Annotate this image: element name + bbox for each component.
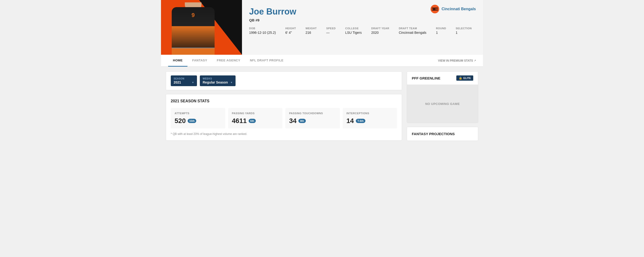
stat-label-passing-yards: PASSING YARDS	[232, 112, 279, 115]
weeks-value-row: Regular Season ▼	[203, 80, 233, 84]
page-wrapper: 9 BENGALS Joe Burrow QB #9 DOB 1996-12-1…	[161, 0, 483, 146]
stat-value-attempts: 520	[174, 117, 186, 125]
rank-badge-passing-tds: 8th	[298, 119, 306, 123]
meta-college: COLLEGE LSU Tigers	[345, 27, 362, 34]
meta-draft-year: DRAFT YEAR 2020	[371, 27, 390, 34]
rank-badge-interceptions: T-6th	[356, 119, 365, 123]
stat-card-attempts: ATTEMPTS 520 15th	[171, 108, 225, 128]
weeks-dropdown[interactable]: WEEKS Regular Season ▼	[200, 75, 236, 86]
meta-selection: SELECTION 1	[456, 27, 472, 34]
filters-bar: SEASON 2021 ▼ WEEKS Regular Season ▼	[166, 71, 402, 90]
stat-card-passing-tds: PASSING TOUCHDOWNS 34 8th	[285, 108, 340, 128]
tab-nfl-draft-profile[interactable]: NFL DRAFT PROFILE	[245, 55, 288, 67]
projections-title: FANTASY PROJECTIONS	[412, 132, 473, 136]
greenline-card: PFF GREENLINE 🔒 ELITE NO UPCOMING GAME	[407, 71, 478, 123]
lock-icon: 🔒	[459, 76, 462, 80]
weeks-dropdown-arrow: ▼	[230, 81, 233, 84]
meta-speed: SPEED —	[326, 27, 336, 34]
tab-fantasy[interactable]: FANTASY	[188, 55, 212, 67]
dob-value: 1996-12-10 (25.2)	[249, 31, 276, 34]
stat-card-passing-yards: PASSING YARDS 4611 6th	[228, 108, 283, 128]
stat-value-row-attempts: 520 15th	[174, 117, 222, 125]
nav-bar: HOME FANTASY FREE AGENCY NFL DRAFT PROFI…	[161, 55, 483, 67]
rank-badge-passing-yards: 6th	[249, 119, 256, 123]
stat-value-row-interceptions: 14 T-6th	[346, 117, 394, 125]
player-photo: 9 BENGALS	[166, 2, 225, 55]
stat-card-interceptions: INTERCEPTIONS 14 T-6th	[343, 108, 397, 128]
player-meta: DOB 1996-12-10 (25.2) HEIGHT 6' 4" WEIGH…	[249, 27, 476, 34]
tab-home[interactable]: HOME	[168, 55, 188, 67]
external-link-icon: ↗	[474, 59, 476, 62]
stat-value-passing-yards: 4611	[232, 117, 247, 125]
player-header: 9 BENGALS Joe Burrow QB #9 DOB 1996-12-1…	[161, 0, 483, 55]
stat-value-row-passing-yards: 4611 6th	[232, 117, 279, 125]
stat-value-row-passing-tds: 34 8th	[289, 117, 336, 125]
stat-value-passing-tds: 34	[289, 117, 296, 125]
tab-free-agency[interactable]: FREE AGENCY	[212, 55, 245, 67]
season-value-row: 2021 ▼	[174, 80, 194, 84]
stat-value-interceptions: 14	[346, 117, 354, 125]
player-position: QB #9	[249, 18, 476, 22]
meta-draft-team: DRAFT TEAM Cincinnati Bengals	[399, 27, 426, 34]
stats-footnote: * QB with at least 20% of league-highest…	[171, 132, 397, 136]
left-panel: SEASON 2021 ▼ WEEKS Regular Season ▼ 202…	[166, 71, 402, 141]
greenline-body: NO UPCOMING GAME	[407, 85, 478, 123]
rank-badge-attempts: 15th	[188, 119, 196, 123]
season-dropdown-arrow: ▼	[192, 81, 194, 84]
projections-card: FANTASY PROJECTIONS	[407, 127, 478, 141]
meta-height: HEIGHT 6' 4"	[285, 27, 296, 34]
greenline-title: PFF GREENLINE	[412, 76, 440, 80]
stats-grid: ATTEMPTS 520 15th PASSING YARDS 4611 6th	[171, 108, 397, 128]
no-game-text: NO UPCOMING GAME	[425, 102, 460, 106]
stats-title: 2021 SEASON STATS	[171, 99, 397, 103]
stat-label-attempts: ATTEMPTS	[174, 112, 222, 115]
elite-badge: 🔒 ELITE	[456, 75, 473, 81]
meta-weight: WEIGHT 216	[306, 27, 317, 34]
team-name[interactable]: Cincinnati Bengals	[442, 7, 476, 11]
season-dropdown[interactable]: SEASON 2021 ▼	[171, 75, 197, 86]
meta-round: ROUND 1	[436, 27, 446, 34]
stat-label-interceptions: INTERCEPTIONS	[346, 112, 394, 115]
greenline-header: PFF GREENLINE 🔒 ELITE	[407, 72, 478, 85]
team-logo: B	[430, 5, 439, 13]
nav-tabs: HOME FANTASY FREE AGENCY NFL DRAFT PROFI…	[168, 55, 288, 66]
player-image-area: 9 BENGALS	[161, 0, 242, 55]
stats-section: 2021 SEASON STATS ATTEMPTS 520 15th PASS…	[166, 94, 402, 141]
right-panel: PFF GREENLINE 🔒 ELITE NO UPCOMING GAME F…	[407, 71, 478, 141]
meta-dob: DOB 1996-12-10 (25.2)	[249, 27, 276, 34]
premium-link[interactable]: VIEW IN PREMIUM STATS ↗	[438, 59, 476, 62]
player-info: Joe Burrow QB #9 DOB 1996-12-10 (25.2) H…	[242, 0, 483, 55]
player-jersey: 9 BENGALS	[172, 7, 214, 55]
stat-label-passing-tds: PASSING TOUCHDOWNS	[289, 112, 336, 115]
team-badge[interactable]: B Cincinnati Bengals	[430, 5, 476, 13]
main-content: SEASON 2021 ▼ WEEKS Regular Season ▼ 202…	[161, 67, 483, 146]
